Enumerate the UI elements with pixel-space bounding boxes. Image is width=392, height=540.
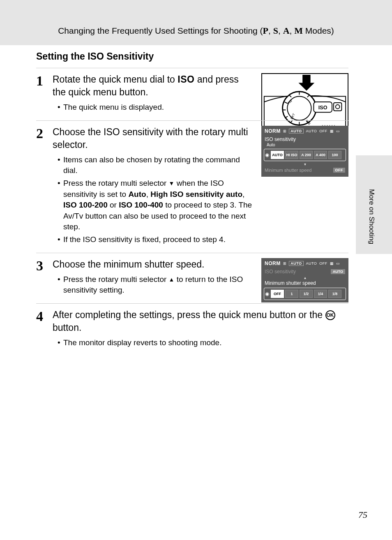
s2b2-a: Press the rotary multi selector <box>63 179 169 187</box>
s2b2-e: or <box>108 201 119 209</box>
up-triangle-icon: ▲ <box>169 276 175 284</box>
step-3-bullet-1: Press the rotary multi selector ▲ to ret… <box>58 274 254 296</box>
dial-iso-text: ISO <box>318 105 327 111</box>
s2b2-b4: ISO 100-400 <box>119 201 163 209</box>
mode-a: A <box>283 25 290 36</box>
step-1-bullet-1: The quick menu is displayed. <box>58 102 254 113</box>
step-3-heading: Choose the minimum shutter speed. <box>53 258 254 271</box>
ok-button-icon: OK <box>325 310 335 320</box>
step-4: 4 After completing the settings, press t… <box>36 303 348 356</box>
step-1-head-a: Rotate the quick menu dial to <box>53 74 178 85</box>
lcd-arrow-down-icon: ▾ <box>261 162 348 166</box>
lcd2-iso-badge: AUTO <box>331 269 345 274</box>
shutter-cell-1-8: 1/8 <box>328 290 341 298</box>
down-triangle-icon: ▼ <box>169 180 175 188</box>
side-tab-label: More on Shooting <box>367 189 376 244</box>
header-suffix: Modes) <box>303 26 334 35</box>
header-prefix: Changing the Frequently Used Settings fo… <box>58 26 263 35</box>
lcd-meter-icon: ▦ <box>330 129 334 133</box>
s3b1-a: Press the rotary multi selector <box>63 275 169 284</box>
step-3: 3 Choose the minimum shutter speed. Pres… <box>36 253 348 303</box>
lcd2-auto-selected: AUTO <box>289 261 303 266</box>
lcd2-pict-icon: ⊞ <box>283 261 287 265</box>
page-header: Changing the Frequently Used Settings fo… <box>0 25 392 36</box>
step-2-number: 2 <box>36 127 53 141</box>
lcd-sublabel-auto: Auto <box>267 143 275 147</box>
lcd2-iso-row: ISO sensitivity AUTO <box>261 268 348 275</box>
iso-cell-auto: AUTO <box>271 151 284 159</box>
shutter-cell-1-4: 1/4 <box>314 290 327 298</box>
shutter-cell-off: OFF <box>271 290 284 298</box>
lcd2-auto: AUTO <box>306 261 317 265</box>
lcd-norm: NORM <box>265 128 281 134</box>
s4-head-a: After completing the settings, press the… <box>53 309 325 320</box>
svg-rect-5 <box>334 103 341 111</box>
step-2-heading: Choose the ISO sensitivity with the rota… <box>53 126 254 151</box>
rotary-icon: ◉ <box>265 151 271 159</box>
shutter-cell-1-2: 1/2 <box>300 290 313 298</box>
lcd-min-label: Minimum shutter speed <box>265 168 311 173</box>
mode-p: P <box>263 25 268 36</box>
lcd-panel-iso: NORM ⊞ AUTO AUTO OFF ▦ ▭ ISO sensitivity… <box>261 126 348 177</box>
lcd-iso-label: ISO sensitivity <box>261 136 348 143</box>
lcd-auto: AUTO <box>306 129 317 133</box>
lcd-min-row: Minimum shutter speed OFF <box>261 166 348 175</box>
step-2-bullet-2: Press the rotary multi selector ▼ when t… <box>58 178 254 233</box>
mode-s: S <box>273 25 278 36</box>
ok-text: OK <box>327 312 334 318</box>
step-2: 2 Choose the ISO sensitivity with the ro… <box>36 120 348 253</box>
s2b2-b2: High ISO sensitivity auto <box>150 190 242 198</box>
step-2-bullet-3: If the ISO sensitivity is fixed, proceed… <box>58 234 254 245</box>
lcd2-arrow-up-icon: ▴ <box>261 275 348 279</box>
s2b2-b1: Auto <box>128 190 146 198</box>
step-4-number: 4 <box>36 309 53 323</box>
step-1-number: 1 <box>36 74 53 88</box>
lcd2-norm: NORM <box>265 261 281 266</box>
s4-head-b: button. <box>53 322 81 333</box>
lcd2-min-label: Minimum shutter speed <box>261 279 348 287</box>
header-background <box>0 0 392 45</box>
s2b2-d: , <box>242 190 244 198</box>
iso-cell-200: A 200 <box>300 151 313 159</box>
lcd2-meter-icon: ▦ <box>330 261 334 265</box>
lcd2-off: OFF <box>319 261 327 265</box>
lcd2-frame-icon: ▭ <box>336 261 340 265</box>
mode-m: M <box>294 25 303 36</box>
section-title: Setting the ISO Sensitivity <box>36 51 348 62</box>
lcd-min-badge: OFF <box>333 168 346 173</box>
lcd2-iso-label: ISO sensitivity <box>265 269 296 275</box>
lcd-frame-icon: ▭ <box>336 129 340 133</box>
step-1: 1 Rotate the quick menu dial to ISO and … <box>36 68 348 120</box>
rotary-icon-2: ◉ <box>265 290 271 298</box>
iso-cell-400: A 400 <box>314 151 327 159</box>
s2b2-c: , <box>146 190 151 198</box>
svg-marker-0 <box>298 75 314 91</box>
step-4-bullet-1: The monitor display reverts to shooting … <box>58 337 348 348</box>
s2b2-b3: ISO 100-200 <box>63 201 108 209</box>
step-3-figure: NORM ⊞ AUTO AUTO OFF ▦ ▭ ISO sensitivity… <box>261 258 348 302</box>
page-number: 75 <box>358 510 367 520</box>
step-1-heading: Rotate the quick menu dial to ISO and pr… <box>53 73 254 99</box>
shutter-cell-1: 1 <box>285 290 298 298</box>
iso-cell-hi: HI ISO <box>285 151 298 159</box>
step-4-heading: After completing the settings, press the… <box>53 309 348 334</box>
lcd-panel-shutter: NORM ⊞ AUTO AUTO OFF ▦ ▭ ISO sensitivity… <box>261 258 348 302</box>
iso-glyph: ISO <box>178 74 194 85</box>
lcd-off: OFF <box>319 129 327 133</box>
step-2-figure: NORM ⊞ AUTO AUTO OFF ▦ ▭ ISO sensitivity… <box>261 126 348 177</box>
lcd-pict-icon: ⊞ <box>283 129 287 133</box>
lcd-auto-selected: AUTO <box>289 129 303 134</box>
iso-cell-100: 100 <box>328 151 341 159</box>
step-2-bullet-1: Items can also be chosen by rotating the… <box>58 155 254 176</box>
step-3-number: 3 <box>36 259 53 273</box>
